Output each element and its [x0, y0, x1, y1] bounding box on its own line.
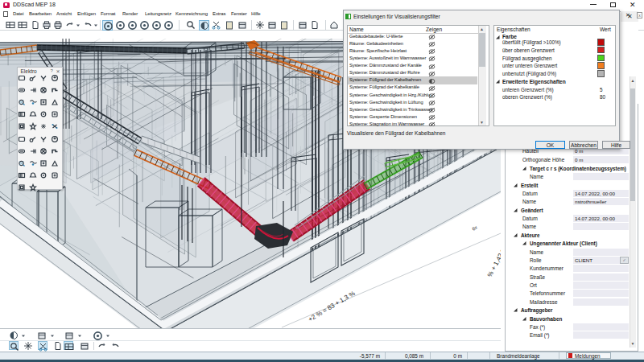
svg-text:% + 1,42 % +: % + 1,42 % + — [486, 241, 501, 278]
svg-text:6x: 6x — [471, 224, 478, 231]
